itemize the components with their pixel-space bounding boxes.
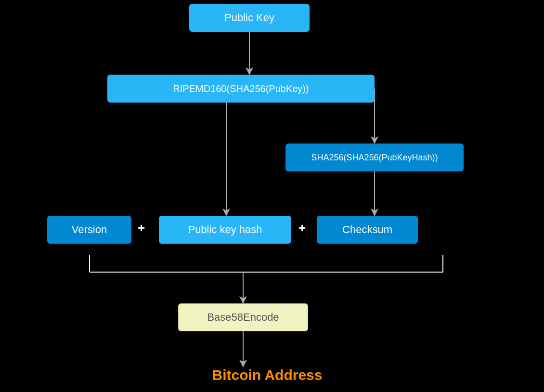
checksum-box: Checksum (317, 216, 418, 244)
diagram: Public Key RIPEMD160(SHA256(PubKey)) SHA… (0, 0, 544, 392)
plus-sign-2: + (298, 221, 306, 235)
ripemd-box: RIPEMD160(SHA256(PubKey)) (107, 75, 375, 103)
base58-box: Base58Encode (178, 303, 308, 331)
bitcoin-address-label: Bitcoin Address (159, 367, 376, 383)
version-box: Version (47, 216, 131, 244)
arrows-svg (0, 0, 544, 392)
sha256-box: SHA256(SHA256(PubKeyHash)) (285, 144, 464, 171)
pubkeyhash-box: Public key hash (159, 216, 291, 244)
public-key-box: Public Key (189, 4, 310, 32)
plus-sign-1: + (138, 221, 145, 235)
